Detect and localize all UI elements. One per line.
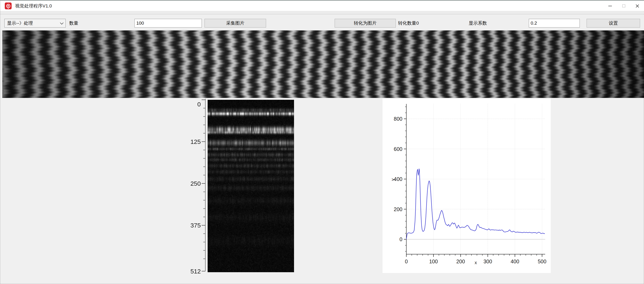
quantity-label: 数量 bbox=[69, 19, 78, 27]
display-mode-select[interactable]: 显示--》处理 bbox=[4, 19, 66, 27]
chart-panel: 02004006008000100200300400500xy bbox=[382, 98, 551, 273]
eye-pupil-icon bbox=[8, 5, 9, 7]
convert-count-label: 转化数量0 bbox=[398, 19, 419, 27]
close-icon bbox=[636, 4, 639, 8]
chevron-down-icon bbox=[60, 21, 64, 24]
svg-text:x: x bbox=[475, 260, 477, 265]
svg-text:800: 800 bbox=[394, 116, 402, 122]
eye-stem-icon bbox=[8, 7, 8, 9]
svg-text:250: 250 bbox=[190, 180, 201, 187]
fringe-image bbox=[2, 30, 644, 98]
app-window: 视觉处理程序V1.0 显示--》处理 数量 采集图片 转化为图片 转化数量0 显… bbox=[0, 0, 644, 284]
svg-text:100: 100 bbox=[429, 259, 438, 264]
minimize-button[interactable] bbox=[603, 0, 617, 11]
menu-strip bbox=[0, 11, 644, 14]
spectrum-chart: 02004006008000100200300400500xy bbox=[382, 98, 551, 273]
svg-text:500: 500 bbox=[538, 259, 546, 264]
svg-text:200: 200 bbox=[456, 259, 465, 264]
minimize-icon bbox=[608, 6, 612, 6]
svg-text:200: 200 bbox=[394, 206, 402, 212]
svg-text:375: 375 bbox=[190, 222, 201, 229]
svg-text:125: 125 bbox=[190, 138, 201, 145]
display-mode-value: 显示--》处理 bbox=[7, 20, 33, 26]
spectrogram-axis: 0125250375512 bbox=[187, 97, 208, 275]
svg-text:0: 0 bbox=[400, 236, 402, 242]
app-logo-icon bbox=[5, 2, 12, 9]
convert-to-image-button[interactable]: 转化为图片 bbox=[335, 19, 396, 27]
maximize-button[interactable] bbox=[617, 0, 630, 11]
svg-text:600: 600 bbox=[394, 146, 402, 152]
quantity-input[interactable] bbox=[134, 19, 202, 27]
toolbar: 显示--》处理 数量 采集图片 转化为图片 转化数量0 显示系数 设置 bbox=[0, 14, 644, 30]
display-coeff-label: 显示系数 bbox=[469, 19, 487, 27]
svg-text:0: 0 bbox=[405, 259, 408, 264]
title-bar: 视觉处理程序V1.0 bbox=[0, 0, 644, 11]
svg-text:y: y bbox=[390, 179, 395, 181]
close-button[interactable] bbox=[630, 0, 644, 11]
svg-text:512: 512 bbox=[190, 268, 201, 275]
spectrogram-image bbox=[208, 100, 294, 272]
window-title: 视觉处理程序V1.0 bbox=[15, 0, 52, 11]
maximize-icon bbox=[622, 4, 625, 7]
display-coeff-input[interactable] bbox=[529, 19, 580, 27]
settings-button[interactable]: 设置 bbox=[586, 19, 640, 27]
capture-images-button[interactable]: 采集图片 bbox=[204, 19, 266, 27]
svg-text:0: 0 bbox=[197, 101, 201, 108]
svg-text:400: 400 bbox=[510, 259, 519, 264]
svg-text:300: 300 bbox=[484, 259, 492, 264]
